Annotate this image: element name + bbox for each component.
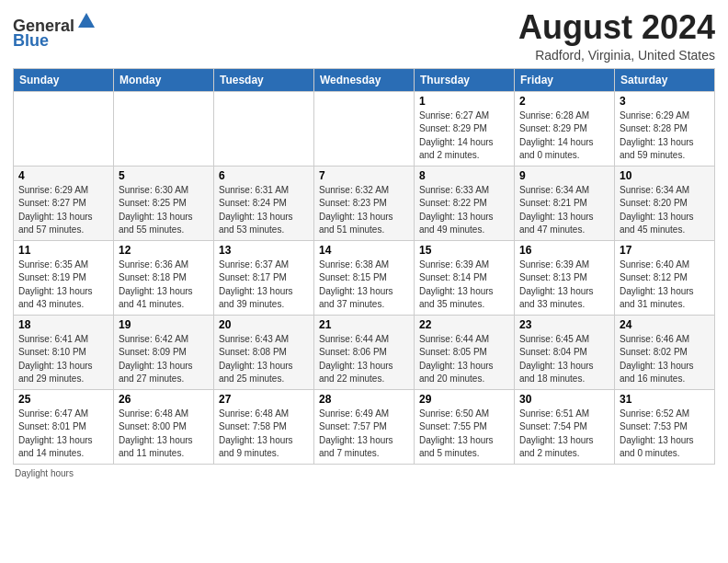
day-info: Sunrise: 6:38 AM Sunset: 8:15 PM Dayligh… <box>319 259 409 312</box>
day-info: Sunrise: 6:33 AM Sunset: 8:22 PM Dayligh… <box>419 184 509 237</box>
day-info: Sunrise: 6:47 AM Sunset: 8:01 PM Dayligh… <box>18 408 108 461</box>
day-number: 8 <box>419 169 509 182</box>
day-info: Sunrise: 6:50 AM Sunset: 7:55 PM Dayligh… <box>419 408 509 461</box>
week-row-1: 1Sunrise: 6:27 AM Sunset: 8:29 PM Daylig… <box>14 91 715 166</box>
day-info: Sunrise: 6:39 AM Sunset: 8:14 PM Dayligh… <box>419 259 509 312</box>
day-info: Sunrise: 6:45 AM Sunset: 8:04 PM Dayligh… <box>519 333 609 386</box>
calendar-cell-w4-d1: 19Sunrise: 6:42 AM Sunset: 8:09 PM Dayli… <box>114 315 214 389</box>
location-text: Radford, Virginia, United States <box>518 48 715 63</box>
day-info: Sunrise: 6:44 AM Sunset: 8:06 PM Dayligh… <box>319 333 409 386</box>
calendar-cell-w4-d6: 24Sunrise: 6:46 AM Sunset: 8:02 PM Dayli… <box>615 315 715 389</box>
day-number: 26 <box>119 393 209 406</box>
day-info: Sunrise: 6:29 AM Sunset: 8:28 PM Dayligh… <box>620 109 710 163</box>
calendar-cell-w3-d0: 11Sunrise: 6:35 AM Sunset: 8:19 PM Dayli… <box>14 240 114 315</box>
day-info: Sunrise: 6:36 AM Sunset: 8:18 PM Dayligh… <box>119 259 209 312</box>
day-info: Sunrise: 6:27 AM Sunset: 8:29 PM Dayligh… <box>419 109 509 163</box>
day-number: 9 <box>519 169 609 182</box>
day-info: Sunrise: 6:48 AM Sunset: 7:58 PM Dayligh… <box>219 408 309 461</box>
day-number: 12 <box>119 244 209 257</box>
calendar-cell-w4-d2: 20Sunrise: 6:43 AM Sunset: 8:08 PM Dayli… <box>214 315 314 389</box>
logo-blue-text: Blue <box>13 31 49 50</box>
day-info: Sunrise: 6:34 AM Sunset: 8:21 PM Dayligh… <box>519 184 609 237</box>
footer-note: Daylight hours <box>13 468 715 478</box>
day-info: Sunrise: 6:48 AM Sunset: 8:00 PM Dayligh… <box>119 408 209 461</box>
day-number: 18 <box>18 318 108 331</box>
day-info: Sunrise: 6:51 AM Sunset: 7:54 PM Dayligh… <box>519 408 609 461</box>
day-number: 1 <box>419 95 509 108</box>
week-row-3: 11Sunrise: 6:35 AM Sunset: 8:19 PM Dayli… <box>14 240 715 315</box>
calendar-cell-w5-d6: 31Sunrise: 6:52 AM Sunset: 7:53 PM Dayli… <box>615 389 715 464</box>
day-info: Sunrise: 6:46 AM Sunset: 8:02 PM Dayligh… <box>620 333 710 386</box>
logo: General Blue <box>13 13 97 51</box>
day-number: 16 <box>519 244 609 257</box>
week-row-2: 4Sunrise: 6:29 AM Sunset: 8:27 PM Daylig… <box>14 166 715 240</box>
calendar-cell-w5-d4: 29Sunrise: 6:50 AM Sunset: 7:55 PM Dayli… <box>415 389 515 464</box>
svg-marker-0 <box>78 13 95 28</box>
calendar-cell-w2-d5: 9Sunrise: 6:34 AM Sunset: 8:21 PM Daylig… <box>515 166 615 240</box>
header: General Blue August 2024 Radford, Virgin… <box>13 9 715 63</box>
day-number: 25 <box>18 393 108 406</box>
day-number: 15 <box>419 244 509 257</box>
day-info: Sunrise: 6:41 AM Sunset: 8:10 PM Dayligh… <box>18 333 108 386</box>
day-number: 7 <box>319 169 409 182</box>
day-number: 3 <box>620 95 710 108</box>
title-block: August 2024 Radford, Virginia, United St… <box>518 9 715 63</box>
week-row-5: 25Sunrise: 6:47 AM Sunset: 8:01 PM Dayli… <box>14 389 715 464</box>
calendar-cell-w1-d2 <box>214 91 314 166</box>
calendar-cell-w1-d0 <box>14 91 114 166</box>
day-info: Sunrise: 6:35 AM Sunset: 8:19 PM Dayligh… <box>18 259 108 312</box>
week-row-4: 18Sunrise: 6:41 AM Sunset: 8:10 PM Dayli… <box>14 315 715 389</box>
day-number: 4 <box>18 169 108 182</box>
header-sunday: Sunday <box>14 68 114 91</box>
calendar-cell-w1-d6: 3Sunrise: 6:29 AM Sunset: 8:28 PM Daylig… <box>615 91 715 166</box>
day-number: 17 <box>620 244 710 257</box>
calendar-cell-w5-d1: 26Sunrise: 6:48 AM Sunset: 8:00 PM Dayli… <box>114 389 214 464</box>
calendar-cell-w5-d5: 30Sunrise: 6:51 AM Sunset: 7:54 PM Dayli… <box>515 389 615 464</box>
day-info: Sunrise: 6:40 AM Sunset: 8:12 PM Dayligh… <box>620 259 710 312</box>
header-friday: Friday <box>515 68 615 91</box>
calendar-cell-w2-d0: 4Sunrise: 6:29 AM Sunset: 8:27 PM Daylig… <box>14 166 114 240</box>
day-number: 10 <box>620 169 710 182</box>
calendar-cell-w3-d3: 14Sunrise: 6:38 AM Sunset: 8:15 PM Dayli… <box>314 240 415 315</box>
calendar-cell-w2-d4: 8Sunrise: 6:33 AM Sunset: 8:22 PM Daylig… <box>415 166 515 240</box>
day-number: 11 <box>18 244 108 257</box>
calendar-cell-w4-d5: 23Sunrise: 6:45 AM Sunset: 8:04 PM Dayli… <box>515 315 615 389</box>
day-number: 5 <box>119 169 209 182</box>
calendar-cell-w4-d4: 22Sunrise: 6:44 AM Sunset: 8:05 PM Dayli… <box>415 315 515 389</box>
day-info: Sunrise: 6:49 AM Sunset: 7:57 PM Dayligh… <box>319 408 409 461</box>
header-wednesday: Wednesday <box>314 68 415 91</box>
day-info: Sunrise: 6:43 AM Sunset: 8:08 PM Dayligh… <box>219 333 309 386</box>
day-number: 31 <box>620 393 710 406</box>
day-number: 6 <box>219 169 309 182</box>
day-info: Sunrise: 6:28 AM Sunset: 8:29 PM Dayligh… <box>519 109 609 163</box>
day-number: 2 <box>519 95 609 108</box>
calendar-cell-w2-d1: 5Sunrise: 6:30 AM Sunset: 8:25 PM Daylig… <box>114 166 214 240</box>
calendar-cell-w2-d3: 7Sunrise: 6:32 AM Sunset: 8:23 PM Daylig… <box>314 166 415 240</box>
month-title: August 2024 <box>518 9 715 46</box>
calendar-table: Sunday Monday Tuesday Wednesday Thursday… <box>13 68 715 465</box>
day-info: Sunrise: 6:37 AM Sunset: 8:17 PM Dayligh… <box>219 259 309 312</box>
day-number: 27 <box>219 393 309 406</box>
day-info: Sunrise: 6:39 AM Sunset: 8:13 PM Dayligh… <box>519 259 609 312</box>
calendar-cell-w1-d5: 2Sunrise: 6:28 AM Sunset: 8:29 PM Daylig… <box>515 91 615 166</box>
day-info: Sunrise: 6:32 AM Sunset: 8:23 PM Dayligh… <box>319 184 409 237</box>
logo-icon <box>76 11 97 31</box>
day-info: Sunrise: 6:42 AM Sunset: 8:09 PM Dayligh… <box>119 333 209 386</box>
calendar-cell-w1-d4: 1Sunrise: 6:27 AM Sunset: 8:29 PM Daylig… <box>415 91 515 166</box>
day-number: 24 <box>620 318 710 331</box>
day-number: 19 <box>119 318 209 331</box>
day-number: 23 <box>519 318 609 331</box>
header-monday: Monday <box>114 68 214 91</box>
calendar-cell-w5-d0: 25Sunrise: 6:47 AM Sunset: 8:01 PM Dayli… <box>14 389 114 464</box>
calendar-cell-w2-d2: 6Sunrise: 6:31 AM Sunset: 8:24 PM Daylig… <box>214 166 314 240</box>
calendar-cell-w3-d1: 12Sunrise: 6:36 AM Sunset: 8:18 PM Dayli… <box>114 240 214 315</box>
weekday-header-row: Sunday Monday Tuesday Wednesday Thursday… <box>14 68 715 91</box>
calendar-cell-w5-d3: 28Sunrise: 6:49 AM Sunset: 7:57 PM Dayli… <box>314 389 415 464</box>
header-saturday: Saturday <box>615 68 715 91</box>
calendar-cell-w3-d5: 16Sunrise: 6:39 AM Sunset: 8:13 PM Dayli… <box>515 240 615 315</box>
day-info: Sunrise: 6:31 AM Sunset: 8:24 PM Dayligh… <box>219 184 309 237</box>
day-number: 29 <box>419 393 509 406</box>
calendar-cell-w4-d3: 21Sunrise: 6:44 AM Sunset: 8:06 PM Dayli… <box>314 315 415 389</box>
calendar-cell-w3-d6: 17Sunrise: 6:40 AM Sunset: 8:12 PM Dayli… <box>615 240 715 315</box>
day-number: 22 <box>419 318 509 331</box>
